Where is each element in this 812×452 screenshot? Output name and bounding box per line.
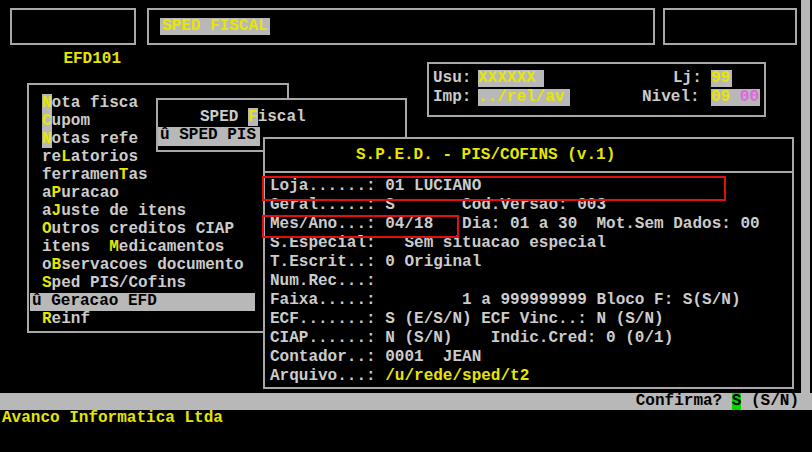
menu-item-outros-creditos-ciap[interactable]: Outros creditos CIAP xyxy=(42,221,234,239)
lj-field[interactable]: 99 xyxy=(711,70,732,87)
field-arquivo[interactable]: Arquivo...: /u/rede/sped/t2 xyxy=(270,368,529,387)
nivel-value-2: 00 xyxy=(730,88,759,106)
lj-label: Lj: xyxy=(673,70,702,87)
menu-item-sped-pis-cofins[interactable]: Sped PIS/Cofins xyxy=(42,275,186,293)
confirm-prompt: Confirma? xyxy=(636,393,732,410)
arquivo-value: /u/rede/sped/t2 xyxy=(385,367,529,385)
submenu-item-sped-pis[interactable]: û SPED PIS xyxy=(158,127,260,146)
company-footer: Avanco Informatica Ltda xyxy=(2,410,223,427)
field-ciap[interactable]: CIAP......: N (S/N) Indic.Cred: 0 (0/1) xyxy=(270,330,673,349)
menu-item-notas-refe[interactable]: Notas refe xyxy=(42,131,138,149)
menu-item-geracao-efd[interactable]: û Geracao EFD xyxy=(30,293,255,311)
arquivo-label: Arquivo...: xyxy=(270,367,385,385)
confirm-options: (S/N) xyxy=(741,393,799,410)
usu-field[interactable]: XXXXXX xyxy=(478,70,544,87)
field-loja[interactable]: Loja......: 01 LUCIANO xyxy=(270,178,481,197)
program-code-box: EFD101 xyxy=(10,8,136,45)
field-ecf[interactable]: ECF.......: S (E/S/N) ECF Vinc..: N (S/N… xyxy=(270,311,664,330)
field-contador[interactable]: Contador..: 0001 JEAN xyxy=(270,349,481,368)
field-s-especial[interactable]: S.Especial: Sem situacao especial xyxy=(270,235,606,254)
menu-item-observacoes-documento[interactable]: oBservacoes documento xyxy=(42,257,244,275)
terminal-screen: EFD101 SPED FISCAL Usu: XXXXXX Lj: 99 Im… xyxy=(0,0,812,452)
right-scrollbar[interactable] xyxy=(801,0,810,393)
session-info-box: Usu: XXXXXX Lj: 99 Imp: ../rel/av Nivel:… xyxy=(427,62,766,117)
usu-label: Usu: xyxy=(433,70,471,87)
field-num-rec[interactable]: Num.Rec...: xyxy=(270,273,376,292)
dialog-title: S.P.E.D. - PIS/COFINS (v.1) xyxy=(356,147,615,164)
confirm-input[interactable]: S xyxy=(732,393,742,410)
header-spacer-box xyxy=(663,8,797,45)
menu-item-relatorios[interactable]: reLatorios xyxy=(42,149,138,167)
menu-item-ajuste-de-itens[interactable]: aJuste de itens xyxy=(42,203,186,221)
imp-field[interactable]: ../rel/av xyxy=(478,89,570,106)
program-code: EFD101 xyxy=(63,50,121,68)
nivel-label: Nivel: xyxy=(642,89,700,106)
menu-item-cupom[interactable]: Cupom xyxy=(42,113,90,131)
module-title-box: SPED FISCAL xyxy=(147,8,655,45)
menu-item-reinf[interactable]: Reinf xyxy=(42,311,90,329)
imp-label: Imp: xyxy=(433,89,471,106)
module-title: SPED FISCAL xyxy=(160,18,270,35)
nivel-value: 09 xyxy=(711,88,730,106)
menu-item-itens-medicamentos[interactable]: itens Medicamentos xyxy=(42,239,224,257)
field-t-escrit[interactable]: T.Escrit..: 0 Original xyxy=(270,254,481,273)
menu-item-apuracao[interactable]: aPuracao xyxy=(42,185,119,203)
field-mes-ano[interactable]: Mes/Ano...: 04/18 Dia: 01 a 30 Mot.Sem D… xyxy=(270,216,760,235)
confirm-bar: Confirma? S (S/N) xyxy=(0,393,812,410)
nivel-field[interactable]: 09 00 xyxy=(711,89,760,106)
submenu-item-sped-fiscal[interactable]: SPED Fiscal xyxy=(200,109,306,126)
menu-item-ferramentas[interactable]: ferramenTas xyxy=(42,167,148,185)
menu-item-nota-fiscal[interactable]: Nota fisca xyxy=(42,95,138,113)
field-faixa[interactable]: Faixa.....: 1 a 999999999 Bloco F: S(S/N… xyxy=(270,292,740,311)
field-geral[interactable]: Geral.....: S Cod.Versao: 003 xyxy=(270,197,606,216)
dialog-title-separator xyxy=(265,171,792,173)
pis-cofins-dialog: S.P.E.D. - PIS/COFINS (v.1) Loja......: … xyxy=(263,137,794,389)
